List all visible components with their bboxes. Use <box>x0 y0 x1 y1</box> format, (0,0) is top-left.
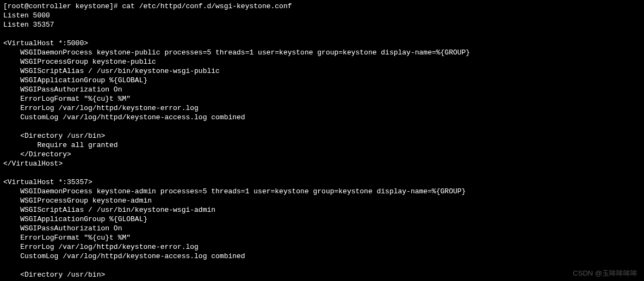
output-line: WSGIDaemonProcess keystone-admin process… <box>3 187 641 196</box>
output-line: <Directory /usr/bin> <box>3 131 641 140</box>
output-line: CustomLog /var/log/httpd/keystone-access… <box>3 113 641 122</box>
output-line: ErrorLog /var/log/httpd/keystone-error.l… <box>3 242 641 252</box>
terminal-output[interactable]: [root@controller keystone]# cat /etc/htt… <box>3 2 641 281</box>
output-line: WSGIScriptAlias / /usr/bin/keystone-wsgi… <box>3 66 641 76</box>
output-line <box>3 122 641 131</box>
prompt-and-command: [root@controller keystone]# cat /etc/htt… <box>3 2 292 10</box>
output-line <box>3 168 641 178</box>
command-line-1: [root@controller keystone]# cat /etc/htt… <box>3 2 641 11</box>
output-line: <VirtualHost *:5000> <box>3 39 641 48</box>
output-line: WSGIScriptAlias / /usr/bin/keystone-wsgi… <box>3 205 641 215</box>
output-line: </Directory> <box>3 150 641 159</box>
output-line: Require all granted <box>3 140 641 150</box>
output-line: </VirtualHost> <box>3 159 641 168</box>
output-line: WSGIProcessGroup keystone-public <box>3 57 641 66</box>
output-line: CustomLog /var/log/httpd/keystone-access… <box>3 252 641 261</box>
output-line: WSGIPassAuthorization On <box>3 224 641 233</box>
output-line: Listen 35357 <box>3 20 641 29</box>
output-line: WSGIApplicationGroup %{GLOBAL} <box>3 215 641 224</box>
output-line: <VirtualHost *:35357> <box>3 178 641 187</box>
output-line: WSGIPassAuthorization On <box>3 85 641 94</box>
output-line: WSGIDaemonProcess keystone-public proces… <box>3 48 641 57</box>
output-line: <Directory /usr/bin> <box>3 270 641 279</box>
output-line <box>3 261 641 270</box>
file-output: Listen 5000Listen 35357 <VirtualHost *:5… <box>3 11 641 281</box>
output-line: ErrorLogFormat "%{cu}t %M" <box>3 233 641 242</box>
output-line <box>3 29 641 39</box>
output-line: ErrorLogFormat "%{cu}t %M" <box>3 94 641 103</box>
output-line: WSGIApplicationGroup %{GLOBAL} <box>3 76 641 85</box>
watermark-text: CSDN @玉哞哞哞哞 <box>573 268 637 278</box>
output-line: ErrorLog /var/log/httpd/keystone-error.l… <box>3 103 641 113</box>
output-line: Listen 5000 <box>3 11 641 20</box>
output-line: WSGIProcessGroup keystone-admin <box>3 196 641 205</box>
